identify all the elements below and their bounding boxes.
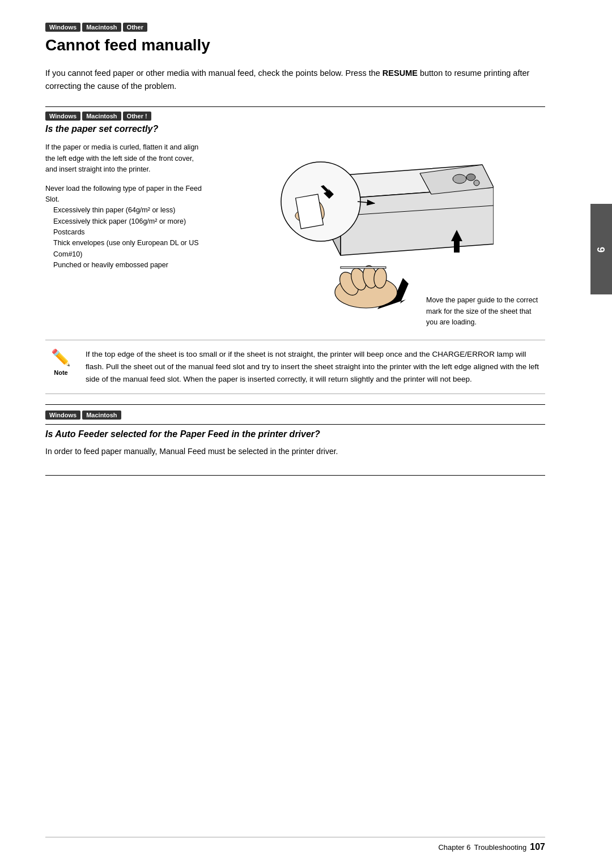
chapter-tab: 6 [590, 204, 612, 294]
badge-windows-s1: Windows [45, 112, 80, 121]
intro-paragraph: If you cannot feed paper or other media … [45, 67, 545, 93]
svg-point-7 [474, 180, 479, 186]
never-load-heading: Never load the following type of paper i… [45, 183, 204, 206]
svg-point-11 [281, 162, 360, 241]
badge-macintosh-s2: Macintosh [82, 411, 121, 420]
badge-macintosh-s1: Macintosh [82, 112, 121, 121]
svg-point-5 [453, 174, 466, 183]
zoom-inset [281, 162, 360, 241]
footer-section: Troubleshooting [474, 843, 527, 852]
page-container: 6 Windows Macintosh Other Cannot feed ma… [0, 0, 612, 868]
section1-divider [45, 106, 545, 107]
intro-text-before: If you cannot feed paper or other media … [45, 69, 382, 78]
section2-divider [45, 424, 545, 425]
svg-point-6 [466, 174, 475, 181]
diagram-area: If the paper or media is curled, flatten… [45, 142, 545, 328]
hand-loading [335, 265, 397, 309]
left-column: If the paper or media is curled, flatten… [45, 142, 204, 328]
footer-chapter: Chapter 6 [438, 843, 470, 852]
never-load-item-2: Excessively thick paper (106g/m² or more… [53, 216, 204, 227]
note-label: Note [54, 369, 67, 376]
never-load-section: Never load the following type of paper i… [45, 183, 204, 271]
move-guide-text: Move the paper guide to the correct mark… [426, 295, 539, 328]
footer: Chapter 6 Troubleshooting 107 [45, 837, 545, 852]
badge-windows-s2: Windows [45, 411, 80, 420]
section1-badge-row: Windows Macintosh Other ! [45, 112, 545, 121]
main-content: Windows Macintosh Other Cannot feed manu… [0, 0, 590, 868]
svg-marker-1 [341, 187, 494, 255]
badge-other-s1: Other ! [123, 112, 151, 121]
never-load-item-1: Excessively thin paper (64g/m² or less) [53, 205, 204, 216]
page-title: Cannot feed manually [45, 36, 545, 54]
paper-instructions: If the paper or media is curled, flatten… [45, 142, 204, 175]
section2-top-divider [45, 404, 545, 405]
never-load-item-4: Thick envelopes (use only European DL or… [53, 238, 204, 260]
note-pencil-icon: ✏️ [51, 348, 71, 367]
section1-title: Is the paper set correctly? [45, 124, 545, 134]
note-text: If the top edge of the sheet is too smal… [86, 348, 545, 386]
svg-rect-14 [296, 194, 324, 229]
bottom-divider [45, 475, 545, 476]
note-section: ✏️ Note If the top edge of the sheet is … [45, 340, 545, 395]
intro-bold: RESUME [382, 69, 418, 78]
right-column: Move the paper guide to the correct mark… [215, 142, 545, 328]
section2-badge-row: Windows Macintosh [45, 411, 545, 420]
never-load-item-3: Postcards [53, 227, 204, 238]
badge-macintosh-top: Macintosh [82, 23, 121, 32]
never-load-items: Excessively thin paper (64g/m² or less) … [45, 205, 204, 271]
footer-page: 107 [530, 842, 545, 852]
chapter-number: 6 [596, 246, 607, 253]
top-badge-row: Windows Macintosh Other [45, 23, 545, 32]
note-icon-area: ✏️ Note [45, 348, 76, 386]
svg-rect-22 [341, 267, 386, 268]
badge-windows-top: Windows [45, 23, 80, 32]
section2-body: In order to feed paper manually, Manual … [45, 445, 545, 457]
never-load-item-5: Punched or heavily embossed paper [53, 260, 204, 271]
badge-other-top: Other [123, 23, 147, 32]
section2-title: Is Auto Feeder selected for the Paper Fe… [45, 429, 545, 439]
